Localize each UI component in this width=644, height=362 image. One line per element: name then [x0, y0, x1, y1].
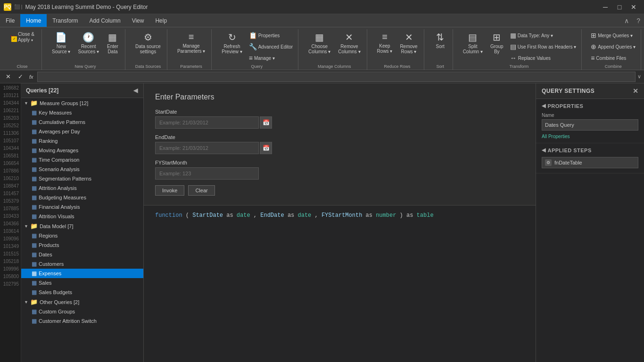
new-source-button[interactable]: 📄 NewSource ▾: [49, 30, 74, 56]
query-time-comparison[interactable]: ▦ Time Comparison: [21, 155, 143, 165]
group-other-queries-label: Other Queries [2]: [40, 299, 79, 305]
formula-cancel-button[interactable]: ✕: [3, 72, 13, 82]
query-time-comparison-icon: ▦: [32, 156, 37, 163]
func-keyword-function: function: [155, 212, 182, 219]
name-prop-input[interactable]: [542, 119, 638, 131]
choose-columns-button[interactable]: ▦ ChooseColumns ▾: [305, 30, 334, 56]
query-sales[interactable]: ▦ Sales: [21, 278, 143, 288]
settings-close-button[interactable]: ✕: [633, 87, 639, 95]
menu-help[interactable]: Help: [149, 14, 173, 27]
sort-button[interactable]: ⇅ Sort: [431, 30, 450, 50]
replace-values-label: Replace Values: [518, 56, 551, 61]
query-cumulative-patterns[interactable]: ▦ Cumulative Patterns: [21, 117, 143, 127]
query-scenario-analysis[interactable]: ▦ Scenario Analysis: [21, 165, 143, 174]
group-data-model[interactable]: ▼ 📁 Data Model [7]: [21, 221, 143, 231]
minimize-button[interactable]: ─: [599, 2, 612, 12]
replace-values-button[interactable]: ↔ Replace Values: [508, 53, 578, 63]
applied-step-fn-date-table[interactable]: ⚙ fnDateTable: [542, 157, 638, 168]
applied-steps-arrow: ◀: [542, 147, 546, 153]
group-other-queries[interactable]: ▼ 📁 Other Queries [2]: [21, 297, 143, 307]
func-as-2: as: [288, 212, 298, 219]
query-key-measures[interactable]: ▦ Key Measures: [21, 108, 143, 117]
keep-rows-button[interactable]: ≡ KeepRows ▾: [374, 30, 396, 55]
invoke-button[interactable]: Invoke: [155, 185, 184, 196]
menu-add-column[interactable]: Add Column: [84, 14, 126, 27]
param-fy-start-month-input[interactable]: [155, 167, 259, 180]
recent-sources-button[interactable]: 🕐 RecentSources ▾: [74, 30, 102, 56]
line-num-18: 104366: [0, 220, 21, 228]
append-queries-button[interactable]: ⊕ Append Queries ▾: [588, 41, 638, 52]
ribbon-group-parameters: ≡ ManageParameters ▾ Parameters: [171, 29, 212, 70]
enter-data-button[interactable]: ▦ EnterData: [103, 30, 122, 56]
query-ranking[interactable]: ▦ Ranking: [21, 136, 143, 146]
func-as-1: as: [226, 212, 237, 219]
group-data-model-chevron: ▼: [24, 224, 28, 229]
data-source-settings-button[interactable]: ⚙ Data sourcesettings: [132, 30, 164, 56]
query-budgeting-measures-icon: ▦: [32, 194, 37, 201]
formula-fx-label: fx: [27, 74, 35, 80]
menu-home[interactable]: Home: [20, 14, 47, 27]
first-row-header-icon: ▤: [510, 43, 516, 50]
query-attrition-visuals[interactable]: ▦ Attrition Visuals: [21, 212, 143, 221]
advanced-editor-label: Advanced Editor: [258, 44, 293, 49]
advanced-editor-button[interactable]: 🔧 Advanced Editor: [247, 41, 295, 52]
properties-button[interactable]: 📋 Properties: [247, 30, 295, 41]
properties-label: Properties: [258, 33, 280, 38]
manage-parameters-button[interactable]: ≡ ManageParameters ▾: [174, 30, 208, 55]
formula-expand-button[interactable]: ∨: [637, 74, 641, 80]
query-financial-analysis[interactable]: ▦ Financial Analysis: [21, 202, 143, 212]
split-column-button[interactable]: ▤ SplitColumn ▾: [460, 30, 486, 56]
close-apply-button[interactable]: ✕ ✓ Close &Apply ▾: [6, 30, 39, 44]
replace-values-icon: ↔: [510, 54, 517, 62]
query-budgeting-measures-label: Budgeting Measures: [39, 195, 86, 200]
param-end-date-input-wrap: 📅: [155, 142, 524, 154]
query-regions[interactable]: ▦ Regions: [21, 231, 143, 240]
query-attrition-analysis[interactable]: ▦ Attrition Analysis: [21, 183, 143, 193]
maximize-button[interactable]: □: [613, 2, 626, 12]
param-start-date-input[interactable]: [155, 116, 259, 129]
sort-label: Sort: [436, 44, 444, 49]
data-type-button[interactable]: ▦ Data Type: Any ▾: [508, 30, 578, 41]
query-products[interactable]: ▦ Products: [21, 240, 143, 250]
group-measure-groups[interactable]: ▼ 📁 Measure Groups [12]: [21, 98, 143, 108]
query-customer-attrition-switch[interactable]: ▦ Customer Attrition Switch: [21, 316, 143, 326]
merge-queries-button[interactable]: ⊞ Merge Queries ▾: [588, 30, 638, 41]
group-measure-groups-folder-icon: 📁: [30, 99, 38, 107]
query-expenses[interactable]: ▦ Expenses: [21, 269, 143, 278]
manage-button[interactable]: ≡ Manage ▾: [247, 53, 295, 63]
query-averages-per-day[interactable]: ▦ Averages per Day: [21, 127, 143, 136]
query-moving-averages[interactable]: ▦ Moving Averages: [21, 146, 143, 155]
query-sales-budgets[interactable]: ▦ Sales Budgets: [21, 288, 143, 297]
query-dates[interactable]: ▦ Dates: [21, 250, 143, 259]
ribbon-collapse-btn[interactable]: ∧: [620, 17, 633, 25]
queries-collapse-button[interactable]: ◀: [132, 86, 139, 95]
formula-confirm-button[interactable]: ✓: [15, 72, 25, 82]
line-num-25: 105800: [0, 273, 21, 280]
remove-columns-button[interactable]: ✕ RemoveColumns ▾: [335, 30, 363, 56]
param-end-date-input[interactable]: [155, 142, 259, 154]
formula-bar: ✕ ✓ fx = (StartDate as date, EndDate as …: [0, 70, 644, 83]
query-customers[interactable]: ▦ Customers: [21, 259, 143, 269]
formula-input[interactable]: = (StartDate as date, EndDate as date, F…: [37, 72, 636, 82]
close-button[interactable]: ✕: [627, 2, 640, 12]
first-row-header-button[interactable]: ▤ Use First Row as Headers ▾: [508, 41, 578, 52]
help-btn[interactable]: ?: [633, 17, 644, 25]
menu-transform[interactable]: Transform: [47, 14, 83, 27]
menu-file[interactable]: File: [0, 14, 20, 27]
clear-button[interactable]: Clear: [188, 185, 215, 196]
param-start-date-calendar-button[interactable]: 📅: [260, 116, 272, 129]
ribbon-group-combine: ⊞ Merge Queries ▾ ⊕ Append Queries ▾ ≡ C…: [586, 29, 641, 70]
param-end-date-calendar-button[interactable]: 📅: [260, 142, 272, 154]
query-segmentation-patterns[interactable]: ▦ Segmentation Patterns: [21, 174, 143, 183]
refresh-preview-label: RefreshPreview ▾: [222, 44, 242, 54]
refresh-preview-button[interactable]: ↻ RefreshPreview ▾: [218, 30, 245, 56]
transform-group-label: Transform: [460, 63, 579, 69]
combine-files-button[interactable]: ≡ Combine Files: [588, 53, 638, 63]
query-custom-groups[interactable]: ▦ Custom Groups: [21, 307, 143, 316]
all-properties-link[interactable]: All Properties: [542, 134, 570, 139]
group-by-button[interactable]: ⊞ GroupBy: [487, 30, 507, 56]
remove-rows-button[interactable]: ✕ RemoveRows ▾: [396, 30, 421, 56]
query-budgeting-measures[interactable]: ▦ Budgeting Measures: [21, 193, 143, 202]
remove-rows-icon: ✕: [405, 32, 413, 43]
menu-view[interactable]: View: [126, 14, 150, 27]
